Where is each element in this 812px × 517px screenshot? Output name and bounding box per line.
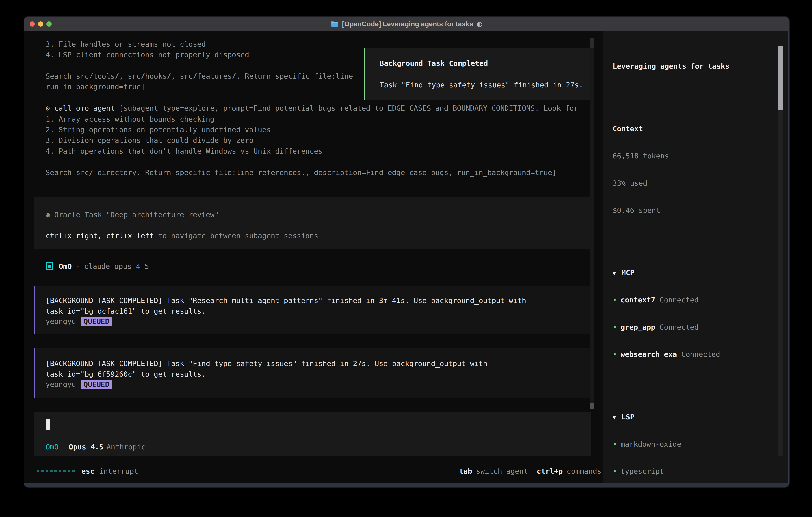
key-ctrlp: ctrl+p (537, 466, 563, 477)
context-spent: $0.46 spent (613, 205, 788, 216)
zoom-button[interactable] (46, 21, 52, 27)
key-esc-label: interrupt (99, 466, 138, 477)
scrollbar-thumb[interactable] (778, 46, 783, 110)
bg-task-meta: yeongyu QUEUED (46, 317, 112, 326)
close-button[interactable] (30, 21, 35, 27)
context-tokens: 66,518 tokens (613, 151, 788, 161)
footer-agent: OmO (46, 443, 59, 451)
toast-body: Task "Find type safety issues" finished … (380, 81, 583, 89)
mcp-name: context7 (620, 296, 655, 304)
transcript-line: run_in_background=true] (46, 81, 145, 92)
sidebar-scrollbar[interactable] (778, 46, 783, 456)
agent-model: claude-opus-4-5 (84, 262, 149, 271)
window-title: [OpenCode] Leveraging agents for tasks ◐ (331, 20, 482, 28)
mcp-status: Connected (660, 323, 698, 331)
transcript-line: 3. File handles or streams not closed (46, 39, 206, 50)
traffic-lights (30, 21, 52, 27)
window-edge (788, 31, 789, 483)
status-badge: QUEUED (81, 380, 112, 389)
mcp-item: •websearch_exa Connected (613, 349, 788, 360)
agent-omo-icon (46, 263, 53, 270)
lsp-name: typescript (620, 467, 664, 475)
status-dot-icon: • (613, 295, 620, 305)
gear-icon: ⚙ (46, 104, 50, 112)
titlebar[interactable]: [OpenCode] Leveraging agents for tasks ◐ (24, 17, 789, 32)
task-user: yeongyu (46, 317, 76, 325)
desktop: [OpenCode] Leveraging agents for tasks ◐… (0, 0, 812, 517)
mcp-name: grep_app (620, 323, 655, 331)
app-window: [OpenCode] Leveraging agents for tasks ◐… (24, 17, 789, 487)
window-bottom-bar (24, 483, 789, 487)
transcript-line: 4. LSP client connections not properly d… (46, 49, 249, 60)
transcript-line: Search src/tools/, src/hooks/, src/featu… (46, 71, 353, 82)
transcript-line: 1. Array access without bounds checking (46, 114, 214, 125)
bg-task-line: task_id="bg_6f59260c" to get results. (46, 370, 206, 378)
mcp-name: websearch_exa (620, 350, 677, 358)
lsp-header: LSP (621, 413, 634, 421)
tool-name: call_omo_agent (54, 104, 119, 112)
mcp-item: •grep_app Connected (613, 322, 788, 333)
context-used: 33% used (613, 178, 788, 189)
text-cursor (46, 419, 50, 430)
chevron-down-icon: ▼ (613, 412, 621, 423)
sidebar-section-mcp[interactable]: ▼MCP (613, 268, 788, 278)
folder-icon (331, 21, 339, 27)
spinner-dots-icon (37, 470, 75, 472)
status-dot-icon: • (613, 322, 620, 333)
status-dot-icon: • (613, 466, 620, 477)
bg-task-meta: yeongyu QUEUED (46, 380, 112, 389)
status-dot-icon: • (613, 349, 620, 360)
agent-name: OmO (59, 262, 72, 271)
toast-title: Background Task Completed (380, 59, 488, 67)
oracle-task-label: ◉ Oracle Task "Deep architecture review" (46, 211, 219, 219)
record-icon: ◉ (46, 211, 50, 219)
session-progress-icon: ◐ (477, 20, 482, 28)
background-task-toast: Background Task Completed Task "Find typ… (364, 48, 593, 100)
prompt-input[interactable]: OmO Opus 4.5 Anthropic (34, 412, 591, 456)
transcript-line: 4. Path operations that don't handle Win… (46, 146, 323, 157)
oracle-task-box: ◉ Oracle Task "Deep architecture review"… (34, 196, 590, 249)
tool-call-line: ⚙ call_omo_agent [subagent_type=explore,… (46, 103, 578, 113)
status-badge: QUEUED (81, 317, 112, 326)
key-ctrlp-label: commands (567, 466, 601, 477)
hint-keys: ctrl+x right, ctrl+x left (46, 232, 154, 240)
tool-args: [subagent_type=explore, prompt=Find pote… (119, 104, 578, 112)
hint-rest: to navigate between subagent sessions (154, 232, 318, 240)
bg-task-line: [BACKGROUND TASK COMPLETED] Task "Find t… (46, 359, 487, 368)
bg-task-line: task_id="bg_dcfac161" to get results. (46, 307, 206, 315)
transcript-line: 2. String operations on potentially unde… (46, 124, 271, 135)
key-tab: tab (459, 466, 472, 477)
background-task-message: [BACKGROUND TASK COMPLETED] Task "Resear… (34, 287, 591, 334)
terminal-main[interactable]: 3. File handles or streams not closed 4.… (24, 31, 603, 483)
mcp-status (655, 296, 660, 304)
session-title: Leveraging agents for tasks (613, 61, 788, 72)
agent-header: OmO · claude-opus-4-5 (46, 262, 149, 271)
key-esc: esc (81, 466, 94, 477)
minimize-button[interactable] (38, 21, 43, 27)
footer-model[interactable]: Opus 4.5 (69, 443, 103, 451)
scrollbar-thumb[interactable] (590, 38, 594, 48)
context-header: Context (613, 124, 788, 134)
mcp-item: •context7 Connected (613, 295, 788, 305)
separator-dot: · (76, 262, 80, 271)
sidebar: Leveraging agents for tasks Context 66,5… (603, 31, 789, 483)
input-footer: OmO Opus 4.5 Anthropic (46, 443, 146, 451)
window-title-text: [OpenCode] Leveraging agents for tasks (342, 20, 473, 28)
bg-task-line: [BACKGROUND TASK COMPLETED] Task "Resear… (46, 297, 526, 305)
footer-provider: Anthropic (107, 443, 145, 451)
scrollbar-thumb[interactable] (590, 404, 594, 409)
terminal-scrollbar[interactable] (590, 38, 594, 409)
status-bar: esc interrupt tab switch agent ctrl+p co… (24, 466, 603, 477)
sidebar-content: Leveraging agents for tasks Context 66,5… (603, 31, 788, 483)
task-user: yeongyu (46, 380, 76, 388)
lsp-item: •markdown-oxide (613, 439, 788, 450)
lsp-name: markdown-oxide (620, 440, 681, 448)
subagent-nav-hint: ctrl+x right, ctrl+x left to navigate be… (46, 232, 318, 240)
mcp-status: Connected (681, 350, 720, 358)
transcript-line: 3. Division operations that could divide… (46, 135, 253, 146)
sidebar-section-lsp[interactable]: ▼LSP (613, 412, 788, 423)
chevron-down-icon: ▼ (613, 268, 621, 279)
key-tab-label: switch agent (476, 466, 528, 477)
background-task-message: [BACKGROUND TASK COMPLETED] Task "Find t… (34, 349, 591, 398)
mcp-header: MCP (621, 269, 634, 277)
